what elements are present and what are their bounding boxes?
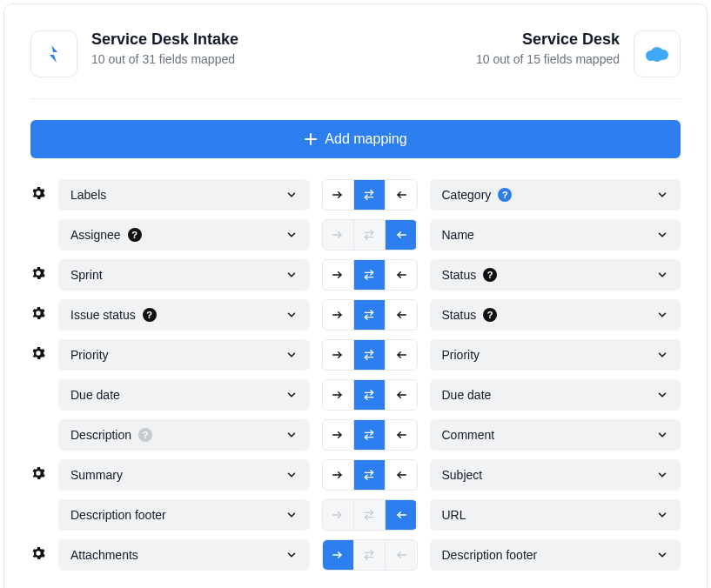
plus-icon — [304, 132, 318, 146]
direction-left-button[interactable] — [386, 300, 416, 330]
direction-both-button[interactable] — [354, 460, 386, 490]
row-settings-button[interactable] — [31, 186, 45, 204]
direction-both-button[interactable] — [354, 420, 386, 450]
chevron-down-icon — [656, 509, 668, 521]
gear-col — [30, 346, 46, 364]
source-field-select[interactable]: Labels — [58, 179, 310, 210]
direction-both-button[interactable] — [354, 340, 386, 370]
direction-toggle — [322, 499, 418, 531]
chevron-down-icon — [656, 309, 668, 321]
source-field-select[interactable]: Description footer — [58, 499, 310, 531]
mapping-row: LabelsCategory? — [30, 179, 681, 210]
row-settings-button[interactable] — [31, 266, 45, 284]
direction-right-button[interactable] — [323, 180, 354, 210]
svg-point-3 — [652, 53, 662, 62]
direction-right-button — [323, 220, 354, 250]
mapping-row: Assignee?Name — [30, 219, 681, 251]
direction-right-button[interactable] — [323, 300, 354, 330]
direction-right-button[interactable] — [323, 460, 354, 490]
gear-icon — [31, 346, 45, 360]
direction-toggle — [322, 379, 418, 411]
mapping-row: Description footerURL — [30, 499, 681, 531]
source-field-label: Due date — [70, 388, 120, 402]
direction-left-button[interactable] — [386, 260, 416, 290]
source-field-label: Description footer — [70, 508, 166, 522]
target-field-select[interactable]: Status? — [430, 259, 681, 291]
direction-both-button[interactable] — [354, 180, 386, 210]
source-subtitle: 10 out of 31 fields mapped — [91, 52, 238, 66]
direction-toggle — [322, 419, 418, 451]
target-field-select[interactable]: Subject — [430, 459, 681, 491]
info-badge-icon: ? — [498, 188, 512, 202]
gear-col — [30, 266, 46, 284]
source-field-label: Labels — [70, 188, 106, 202]
mapping-row: Description?Comment — [30, 419, 681, 451]
source-field-select[interactable]: Attachments — [58, 539, 310, 571]
direction-right-button[interactable] — [323, 260, 354, 290]
target-field-select[interactable]: Description footer — [430, 539, 681, 571]
info-badge-icon: ? — [138, 428, 152, 442]
chevron-down-icon — [285, 349, 298, 361]
header-left: Service Desk Intake 10 out of 31 fields … — [30, 30, 238, 77]
direction-both-button — [354, 540, 386, 570]
mapping-row: Issue status?Status? — [30, 299, 681, 331]
source-field-select[interactable]: Sprint — [58, 259, 310, 291]
direction-left-button[interactable] — [386, 460, 416, 490]
add-mapping-button[interactable]: Add mapping — [30, 120, 681, 158]
row-settings-button[interactable] — [31, 466, 45, 484]
source-field-label: Attachments — [70, 548, 138, 562]
mapping-rows: LabelsCategory?Assignee?NameSprintStatus… — [30, 179, 681, 571]
chevron-down-icon — [285, 389, 298, 401]
header: Service Desk Intake 10 out of 31 fields … — [30, 30, 681, 99]
direction-left-button[interactable] — [386, 220, 416, 250]
target-subtitle: 10 out of 15 fields mapped — [476, 52, 620, 66]
row-settings-button[interactable] — [31, 346, 45, 364]
direction-both-button[interactable] — [354, 380, 386, 410]
mapping-card: Service Desk Intake 10 out of 31 fields … — [3, 3, 708, 588]
source-field-select[interactable]: Issue status? — [58, 299, 310, 331]
target-field-select[interactable]: Status? — [430, 299, 681, 331]
info-badge-icon: ? — [483, 308, 497, 322]
target-field-select[interactable]: URL — [430, 499, 681, 531]
source-field-select[interactable]: Assignee? — [58, 219, 310, 251]
direction-left-button[interactable] — [386, 500, 416, 530]
target-field-select[interactable]: Priority — [430, 339, 681, 371]
gear-icon — [31, 466, 45, 480]
source-field-select[interactable]: Due date — [58, 379, 310, 411]
direction-toggle — [322, 459, 418, 491]
source-field-select[interactable]: Priority — [58, 339, 310, 371]
chevron-down-icon — [656, 429, 668, 441]
mapping-row: PriorityPriority — [30, 339, 681, 371]
direction-left-button[interactable] — [386, 420, 416, 450]
source-field-select[interactable]: Summary — [58, 459, 310, 491]
target-field-select[interactable]: Comment — [430, 419, 681, 451]
direction-left-button[interactable] — [386, 180, 416, 210]
gear-col — [30, 306, 46, 324]
info-badge-icon: ? — [143, 308, 157, 322]
target-field-select[interactable]: Name — [430, 219, 681, 251]
chevron-down-icon — [656, 269, 668, 281]
chevron-down-icon — [656, 229, 668, 241]
direction-toggle — [322, 179, 418, 210]
direction-left-button[interactable] — [386, 340, 416, 370]
direction-right-button[interactable] — [323, 340, 354, 370]
direction-right-button[interactable] — [323, 540, 354, 570]
row-settings-button[interactable] — [31, 306, 45, 324]
direction-right-button[interactable] — [323, 420, 354, 450]
direction-left-button[interactable] — [386, 380, 416, 410]
target-app-icon — [634, 30, 681, 77]
direction-toggle — [322, 539, 418, 571]
direction-right-button[interactable] — [323, 380, 354, 410]
target-field-select[interactable]: Category? — [430, 179, 681, 210]
row-settings-button[interactable] — [31, 546, 45, 564]
direction-toggle — [322, 339, 418, 371]
gear-col — [30, 546, 46, 564]
direction-both-button — [354, 220, 386, 250]
target-field-select[interactable]: Due date — [430, 379, 681, 411]
chevron-down-icon — [285, 189, 298, 201]
direction-both-button[interactable] — [354, 260, 386, 290]
source-field-select[interactable]: Description? — [58, 419, 310, 451]
source-field-label: Issue status — [70, 308, 136, 322]
direction-both-button[interactable] — [354, 300, 386, 330]
target-field-label: URL — [442, 508, 466, 522]
